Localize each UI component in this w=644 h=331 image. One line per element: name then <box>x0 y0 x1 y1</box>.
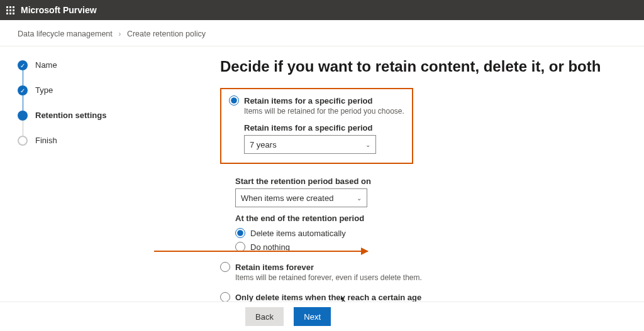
annotation-highlight-box: Retain items for a specific period Items… <box>220 88 413 164</box>
radio-input[interactable] <box>220 262 230 272</box>
step-name[interactable]: ✓ Name <box>18 60 145 85</box>
radio-retain-forever-sub: Items will be retained forever, even if … <box>235 273 625 282</box>
radio-retain-forever[interactable]: Retain items forever <box>220 262 625 272</box>
step-retention-settings[interactable]: Retention settings <box>18 111 145 136</box>
check-icon: ✓ <box>18 85 28 95</box>
check-icon: ✓ <box>18 60 28 70</box>
step-finish[interactable]: Finish <box>18 136 145 146</box>
start-period-label: Start the retention period based on <box>235 176 625 186</box>
chevron-down-icon: ⌄ <box>357 195 362 202</box>
current-step-icon <box>18 111 28 121</box>
next-button[interactable]: Next <box>294 307 331 326</box>
breadcrumb: Data lifecycle management › Create reten… <box>0 20 644 46</box>
main-panel: Decide if you want to retain content, de… <box>157 46 644 330</box>
retain-period-label: Retain items for a specific period <box>244 123 404 133</box>
wizard-steps: ✓ Name ✓ Type Retention settings Finish <box>0 46 157 330</box>
end-period-label: At the end of the retention period <box>235 214 625 223</box>
radio-retain-specific-period[interactable]: Retain items for a specific period <box>229 95 404 106</box>
back-button[interactable]: Back <box>245 307 284 326</box>
chevron-down-icon: ⌄ <box>365 141 370 148</box>
wizard-footer: Back Next <box>0 301 644 331</box>
retain-period-select[interactable]: 7 years ⌄ <box>244 135 376 154</box>
radio-input[interactable] <box>220 292 230 302</box>
radio-input[interactable] <box>229 95 239 106</box>
app-topbar: Microsoft Purview <box>0 0 644 20</box>
app-title: Microsoft Purview <box>21 5 97 15</box>
pending-step-icon <box>18 136 28 146</box>
radio-only-delete-age[interactable]: Only delete items when they reach a cert… <box>220 292 625 302</box>
breadcrumb-root[interactable]: Data lifecycle management <box>18 30 113 38</box>
page-title: Decide if you want to retain content, de… <box>220 58 625 75</box>
annotation-arrow <box>154 251 368 252</box>
breadcrumb-current: Create retention policy <box>127 30 206 38</box>
step-type[interactable]: ✓ Type <box>18 85 145 111</box>
radio-delete-automatically[interactable]: Delete items automatically <box>235 228 625 238</box>
radio-input[interactable] <box>235 228 245 238</box>
start-period-select[interactable]: When items were created ⌄ <box>235 188 367 207</box>
radio-retain-specific-sub: Items will be retained for the period yo… <box>244 107 404 116</box>
chevron-right-icon: › <box>118 30 121 38</box>
app-launcher-icon[interactable] <box>6 6 14 14</box>
